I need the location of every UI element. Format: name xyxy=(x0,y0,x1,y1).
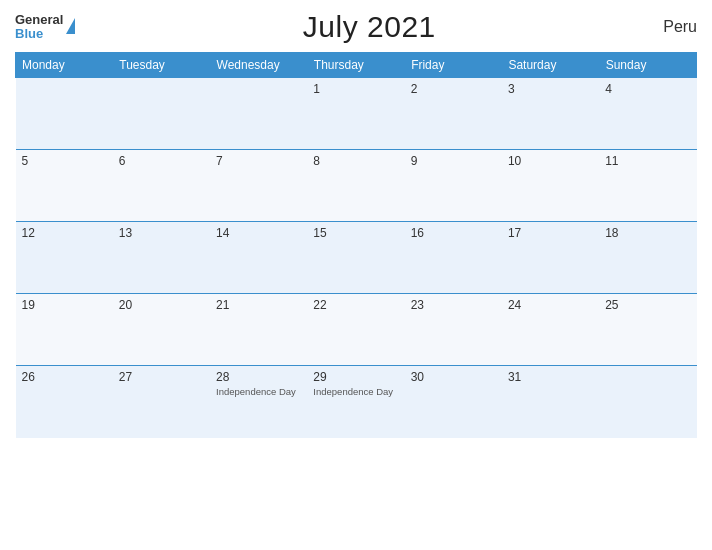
day-number: 19 xyxy=(22,298,107,312)
table-row: 12 xyxy=(16,222,113,294)
week-row-2: 567891011 xyxy=(16,150,697,222)
table-row xyxy=(599,366,696,438)
col-friday: Friday xyxy=(405,53,502,78)
logo-triangle-icon xyxy=(66,18,75,34)
day-number: 14 xyxy=(216,226,301,240)
day-number: 18 xyxy=(605,226,690,240)
table-row: 21 xyxy=(210,294,307,366)
day-number: 7 xyxy=(216,154,301,168)
calendar-header: General Blue July 2021 Peru xyxy=(15,10,697,44)
table-row: 22 xyxy=(307,294,404,366)
col-monday: Monday xyxy=(16,53,113,78)
table-row xyxy=(113,78,210,150)
table-row: 15 xyxy=(307,222,404,294)
table-row: 5 xyxy=(16,150,113,222)
day-number: 4 xyxy=(605,82,690,96)
day-number: 12 xyxy=(22,226,107,240)
day-number: 9 xyxy=(411,154,496,168)
day-number: 29 xyxy=(313,370,398,384)
day-number: 3 xyxy=(508,82,593,96)
table-row: 30 xyxy=(405,366,502,438)
day-number: 15 xyxy=(313,226,398,240)
weekday-header-row: Monday Tuesday Wednesday Thursday Friday… xyxy=(16,53,697,78)
table-row: 3 xyxy=(502,78,599,150)
week-row-4: 19202122232425 xyxy=(16,294,697,366)
month-title: July 2021 xyxy=(303,10,436,44)
table-row: 16 xyxy=(405,222,502,294)
day-number: 16 xyxy=(411,226,496,240)
table-row: 19 xyxy=(16,294,113,366)
day-number: 8 xyxy=(313,154,398,168)
table-row: 4 xyxy=(599,78,696,150)
table-row: 2 xyxy=(405,78,502,150)
table-row: 18 xyxy=(599,222,696,294)
day-number: 27 xyxy=(119,370,204,384)
col-thursday: Thursday xyxy=(307,53,404,78)
day-number: 30 xyxy=(411,370,496,384)
table-row: 6 xyxy=(113,150,210,222)
day-number: 6 xyxy=(119,154,204,168)
event-label: Independence Day xyxy=(216,386,301,397)
day-number: 24 xyxy=(508,298,593,312)
logo-blue-text: Blue xyxy=(15,27,63,41)
calendar-container: General Blue July 2021 Peru Monday Tuesd… xyxy=(0,0,712,550)
day-number: 23 xyxy=(411,298,496,312)
logo: General Blue xyxy=(15,13,75,42)
week-row-5: 262728Independence Day29Independence Day… xyxy=(16,366,697,438)
week-row-1: 1234 xyxy=(16,78,697,150)
col-tuesday: Tuesday xyxy=(113,53,210,78)
table-row: 27 xyxy=(113,366,210,438)
day-number: 20 xyxy=(119,298,204,312)
table-row: 1 xyxy=(307,78,404,150)
table-row: 26 xyxy=(16,366,113,438)
col-sunday: Sunday xyxy=(599,53,696,78)
table-row: 9 xyxy=(405,150,502,222)
table-row: 31 xyxy=(502,366,599,438)
table-row: 14 xyxy=(210,222,307,294)
col-saturday: Saturday xyxy=(502,53,599,78)
table-row xyxy=(210,78,307,150)
day-number: 22 xyxy=(313,298,398,312)
table-row: 24 xyxy=(502,294,599,366)
table-row: 7 xyxy=(210,150,307,222)
day-number: 1 xyxy=(313,82,398,96)
event-label: Independence Day xyxy=(313,386,398,397)
table-row: 20 xyxy=(113,294,210,366)
week-row-3: 12131415161718 xyxy=(16,222,697,294)
table-row: 11 xyxy=(599,150,696,222)
table-row: 29Independence Day xyxy=(307,366,404,438)
day-number: 26 xyxy=(22,370,107,384)
day-number: 2 xyxy=(411,82,496,96)
day-number: 25 xyxy=(605,298,690,312)
calendar-table: Monday Tuesday Wednesday Thursday Friday… xyxy=(15,52,697,438)
day-number: 11 xyxy=(605,154,690,168)
day-number: 13 xyxy=(119,226,204,240)
table-row: 23 xyxy=(405,294,502,366)
day-number: 28 xyxy=(216,370,301,384)
country-label: Peru xyxy=(663,18,697,36)
table-row: 13 xyxy=(113,222,210,294)
table-row: 25 xyxy=(599,294,696,366)
table-row xyxy=(16,78,113,150)
col-wednesday: Wednesday xyxy=(210,53,307,78)
day-number: 10 xyxy=(508,154,593,168)
day-number: 31 xyxy=(508,370,593,384)
day-number: 5 xyxy=(22,154,107,168)
table-row: 10 xyxy=(502,150,599,222)
day-number: 17 xyxy=(508,226,593,240)
table-row: 17 xyxy=(502,222,599,294)
logo-general-text: General xyxy=(15,13,63,27)
table-row: 8 xyxy=(307,150,404,222)
day-number: 21 xyxy=(216,298,301,312)
table-row: 28Independence Day xyxy=(210,366,307,438)
